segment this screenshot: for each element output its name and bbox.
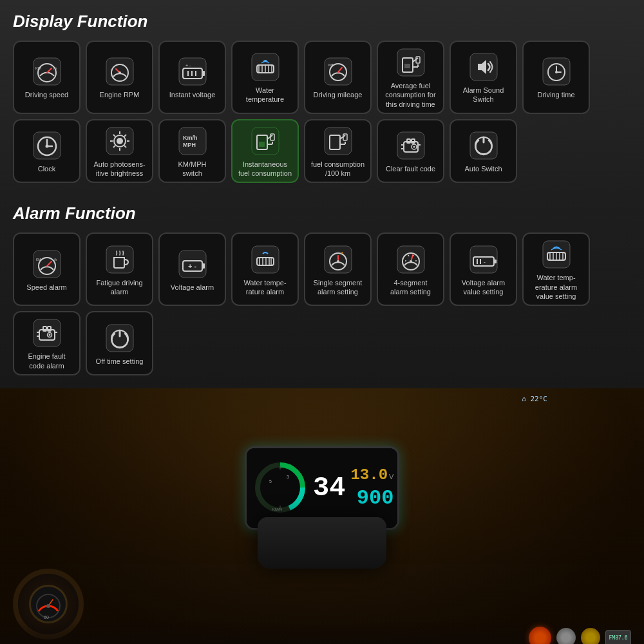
single-segment-label: Single segmentalarm setting — [314, 278, 363, 297]
icon-card-water-temp: Watertemperature — [231, 41, 299, 114]
svg-rect-82 — [33, 251, 61, 278]
alarm-row1: KM /h Speed alarm Fatigue d — [13, 232, 631, 306]
icon-card-engine-fault: Engine faultcode alarm — [13, 311, 80, 375]
svg-line-102 — [341, 252, 343, 254]
auto-switch-icon — [468, 130, 499, 161]
svg-text:+  -: + - — [188, 262, 196, 270]
svg-point-103 — [337, 260, 339, 263]
single-segment-icon — [323, 244, 354, 275]
icon-card-fatigue-alarm: Fatigue drivingalarm — [86, 232, 153, 306]
water-temp-icon — [250, 52, 281, 82]
speed-alarm-icon: KM /h — [32, 249, 62, 279]
svg-line-109 — [408, 255, 409, 256]
small-display: FM87.6 — [605, 630, 631, 644]
hud-gauge: 5 3 KM/H — [253, 460, 308, 515]
icon-card-driving-time: Driving time — [522, 41, 590, 114]
voltage-value-icon: - — [468, 244, 499, 275]
water-temp-value-icon — [541, 239, 572, 270]
fatigue-alarm-icon — [104, 244, 135, 275]
svg-text:KM/H: KM/H — [272, 507, 282, 511]
icon-card-single-segment: Single segmentalarm setting — [304, 232, 372, 306]
svg-line-110 — [413, 255, 413, 256]
svg-text:MPH: MPH — [183, 142, 196, 148]
hud-center: 34 — [313, 475, 345, 502]
engine-rpm-icon — [104, 56, 135, 87]
icon-card-auto-switch: Auto Switch — [450, 119, 517, 184]
avg-fuel-label: Average fuelconsumption forthis driving … — [385, 81, 435, 109]
svg-rect-90 — [202, 263, 205, 269]
svg-text:5: 5 — [269, 479, 272, 484]
voltage-value-label: Voltage alarmvalue setting — [462, 278, 505, 297]
display-function-title: Display Function — [13, 12, 631, 32]
clock-icon — [32, 130, 62, 161]
clear-fault-icon — [395, 130, 426, 161]
display-row2: Clock Auto phot — [13, 119, 631, 184]
water-temp-alarm-label: Water tempe-rature alarm — [243, 278, 286, 297]
right-controls: FM87.6 — [529, 627, 631, 644]
voltage-alarm-icon: + - — [177, 249, 208, 279]
speed-alarm-label: Speed alarm — [26, 283, 66, 292]
water-temp-alarm-icon — [250, 244, 281, 275]
four-segment-icon — [395, 244, 426, 275]
icon-card-fuel-100km: fuel consumption/100 km — [304, 119, 372, 184]
driving-mileage-icon: KM — [323, 56, 354, 87]
fatigue-alarm-label: Fatigue drivingalarm — [96, 278, 142, 297]
hud-voltage-value: 13.0 — [350, 466, 388, 484]
display-row1: KM /h Driving speed Engine RPM — [13, 41, 631, 114]
engine-rpm-label: Engine RPM — [100, 90, 140, 99]
icon-card-avg-fuel: Average fuelconsumption forthis driving … — [377, 41, 444, 114]
alarm-function-title: Alarm Function — [13, 204, 631, 223]
icon-card-km-mph: Km/h MPH KM/MPHswitch — [158, 119, 226, 184]
water-temp-label: Watertemperature — [246, 86, 284, 104]
svg-rect-59 — [252, 128, 279, 155]
icon-card-driving-mileage: KM Driving mileage — [304, 41, 372, 114]
driving-speed-label: Driving speed — [25, 90, 68, 99]
fuel-100km-icon — [323, 126, 354, 156]
fuel-100km-label: fuel consumption/100 km — [311, 160, 365, 178]
clock-label: Clock — [38, 164, 56, 173]
svg-rect-56 — [179, 128, 206, 155]
alarm-sound-icon — [468, 52, 499, 82]
svg-rect-114 — [494, 260, 497, 263]
car-photo-section: 60 5 3 — [0, 388, 644, 644]
temp-indicator: ⌂ 22°C — [522, 395, 547, 403]
icon-card-off-time: Off time setting — [86, 311, 153, 375]
icon-card-driving-speed: KM /h Driving speed — [13, 41, 80, 114]
svg-point-8 — [118, 71, 121, 74]
svg-rect-87 — [106, 246, 133, 273]
svg-text:+  -: + - — [185, 63, 191, 68]
four-segment-label: 4-segmentalarm setting — [390, 278, 431, 297]
alarm-section: Alarm Function KM /h Speed alarm — [0, 196, 644, 388]
svg-text:KM: KM — [36, 258, 41, 261]
icon-card-water-temp-alarm: Water tempe-rature alarm — [231, 232, 299, 306]
icon-card-water-temp-value: Water temp-erature alarmvalue setting — [522, 232, 590, 306]
hud-rpm-value: 900 — [357, 486, 394, 510]
svg-text:/h: /h — [53, 66, 57, 70]
right-button-1 — [529, 627, 551, 644]
instant-fuel-label: Instantaneousfuel consumption — [238, 160, 292, 178]
avg-fuel-icon — [395, 47, 426, 78]
auto-brightness-icon — [104, 126, 135, 156]
right-button-2 — [556, 628, 576, 644]
svg-rect-11 — [202, 71, 205, 76]
alarm-sound-label: Alarm SoundSwitch — [463, 86, 504, 104]
instant-fuel-icon — [250, 126, 281, 156]
icon-card-instant-fuel: Instantaneousfuel consumption — [231, 119, 299, 184]
svg-text:/h: /h — [54, 258, 57, 261]
off-time-label: Off time setting — [96, 357, 144, 366]
icon-card-clock: Clock — [13, 119, 80, 184]
km-mph-label: KM/MPHswitch — [178, 160, 207, 178]
icon-card-alarm-sound: Alarm SoundSwitch — [450, 41, 517, 114]
hud-speed-value: 34 — [313, 475, 345, 502]
km-mph-icon: Km/h MPH — [177, 126, 208, 156]
driving-time-label: Driving time — [537, 90, 574, 99]
svg-point-79 — [413, 146, 415, 148]
hud-body — [258, 517, 386, 569]
auto-brightness-label: Auto photosens-itive brightness — [93, 160, 145, 178]
svg-point-44 — [45, 145, 48, 148]
clear-fault-label: Clear fault code — [386, 164, 435, 173]
voltage-alarm-label: Voltage alarm — [171, 283, 214, 292]
icon-card-voltage-alarm: + - Voltage alarm — [158, 232, 226, 306]
icon-card-four-segment: 4-segmentalarm setting — [377, 232, 444, 306]
icon-card-voltage-value: - Voltage alarmvalue setting — [450, 232, 517, 306]
